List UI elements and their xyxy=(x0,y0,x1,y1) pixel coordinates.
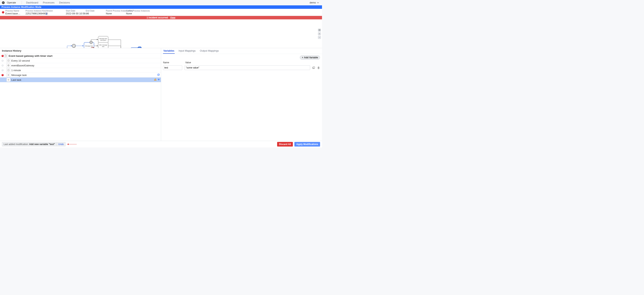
lbl-version: Version xyxy=(46,10,62,12)
svg-text:+ 1: + 1 xyxy=(139,47,140,48)
gear-icon xyxy=(6,73,10,77)
incident-icon xyxy=(2,11,4,14)
history-row[interactable]: 1 minute xyxy=(0,68,161,73)
history-row[interactable]: Every 10 second xyxy=(0,58,161,63)
zoom-in-button[interactable]: + xyxy=(318,32,321,35)
chevron-down-icon xyxy=(317,2,319,3)
lbl-process-name: Process Name xyxy=(5,10,22,12)
svg-rect-65 xyxy=(313,67,315,68)
svg-rect-54 xyxy=(8,64,10,66)
zoom-controls: + − xyxy=(318,28,321,39)
doc-icon xyxy=(4,54,8,58)
expand-value-icon[interactable] xyxy=(312,66,315,69)
history-row-label: Event based gateway with timer start xyxy=(9,54,160,57)
user-menu[interactable]: demo xyxy=(308,1,320,4)
instance-history-panel: Instance History Event based gateway wit… xyxy=(0,48,161,141)
variable-name-input[interactable] xyxy=(163,66,182,70)
incident-bar: 1 Incident occurred View xyxy=(0,16,322,19)
col-name: Name xyxy=(163,61,183,64)
svg-text:1: 1 xyxy=(94,48,94,48)
undo-button[interactable]: Undo xyxy=(58,143,64,146)
discard-all-button[interactable]: Discard All xyxy=(277,142,293,146)
svg-text:task: task xyxy=(102,46,104,47)
lbl-parent-key: Parent Process Instance Key xyxy=(106,10,122,12)
val-called: None xyxy=(126,12,150,15)
lbl-end-date: End Date xyxy=(86,10,102,12)
lbl-instance-key: Process Instance Key xyxy=(26,10,42,12)
svg-point-56 xyxy=(2,69,3,71)
history-row-label: 1 minute xyxy=(11,69,160,72)
apply-modifications-button[interactable]: Apply Modifications xyxy=(294,142,320,146)
history-row[interactable]: Last task xyxy=(0,78,161,82)
lbl-called: Called Process Instances xyxy=(126,10,150,12)
history-row-label: Every 10 second xyxy=(11,59,160,62)
diagram-canvas[interactable]: Every 10 second 1 minute Message task ! … xyxy=(0,19,322,48)
history-row-label: Last task xyxy=(11,78,154,81)
val-instance-key: 2251799813694906 xyxy=(26,12,42,15)
svg-rect-41 xyxy=(118,48,124,48)
modification-mode-bar: Process Instance Modification Mode xyxy=(0,5,322,9)
clock-icon xyxy=(6,68,10,72)
topbar: C Operate Dashboard Processes Decisions … xyxy=(0,0,322,5)
val-process-name: Event based gateway with timer… xyxy=(5,12,22,15)
gear-icon xyxy=(6,78,10,82)
tab-input-mappings[interactable]: Input Mappings xyxy=(178,49,196,54)
state-icon xyxy=(1,69,4,71)
val-parent-key: None xyxy=(106,12,122,15)
add-variable-label: Add Variable xyxy=(304,56,318,59)
svg-point-55 xyxy=(8,65,9,66)
last-mod-prefix: Last added modification: xyxy=(4,143,28,146)
warning-icon xyxy=(154,78,156,81)
add-variable-button[interactable]: + Add Variable xyxy=(300,56,320,60)
state-icon xyxy=(1,60,4,62)
state-icon xyxy=(1,64,4,66)
lbl-start-date: Start Date xyxy=(66,10,82,12)
svg-text:After message: After message xyxy=(99,44,107,46)
logo: C xyxy=(2,1,4,4)
val-end-date: -- xyxy=(86,12,102,15)
svg-point-53 xyxy=(2,64,3,66)
footer: Last added modification: Add new variabl… xyxy=(0,141,322,148)
add-icon[interactable] xyxy=(158,78,160,81)
svg-line-60 xyxy=(158,74,159,76)
svg-point-61 xyxy=(8,80,9,80)
tab-output-mappings[interactable]: Output Mappings xyxy=(200,49,219,54)
history-row-label: Message task xyxy=(11,74,157,76)
state-icon xyxy=(1,55,4,57)
history-row[interactable]: eventBasedGateway xyxy=(0,63,161,68)
svg-text:Message task: Message task xyxy=(99,38,107,40)
last-mod-msg: Add new variable "test" xyxy=(29,143,55,146)
user-label: demo xyxy=(310,1,316,4)
annotation-arrow xyxy=(67,143,77,145)
delete-variable-icon[interactable] xyxy=(318,66,320,69)
variable-value-input[interactable] xyxy=(184,66,310,70)
val-version-link[interactable]: 2 xyxy=(46,12,47,15)
reset-view-button[interactable] xyxy=(318,28,321,32)
history-row[interactable]: Event based gateway with timer start xyxy=(0,54,161,58)
plus-icon: + xyxy=(302,56,303,59)
state-icon xyxy=(1,74,4,76)
brand: Operate xyxy=(7,1,16,4)
gw-icon xyxy=(6,64,10,67)
col-value: Value xyxy=(185,61,320,64)
svg-text:Message task: Message task xyxy=(85,45,93,47)
variables-panel: Variables Input Mappings Output Mappings… xyxy=(161,48,322,141)
nav-dashboard[interactable]: Dashboard xyxy=(24,0,41,5)
svg-point-50 xyxy=(319,30,320,30)
nav-processes[interactable]: Processes xyxy=(41,0,57,5)
zoom-out-button[interactable]: − xyxy=(318,36,321,39)
clock-icon xyxy=(6,59,10,62)
val-start-date: 2022-09-30 10:56:06 xyxy=(66,12,82,15)
tab-variables[interactable]: Variables xyxy=(163,49,175,54)
svg-point-51 xyxy=(2,60,3,62)
history-row[interactable]: Message task xyxy=(0,73,161,78)
svg-point-58 xyxy=(8,74,9,75)
blocked-icon xyxy=(157,74,160,76)
incident-view-link[interactable]: View xyxy=(170,16,175,19)
instance-info: Process NameEvent based gateway with tim… xyxy=(0,9,322,16)
nav-decisions[interactable]: Decisions xyxy=(57,0,72,5)
history-row-label: eventBasedGateway xyxy=(11,64,160,67)
incident-msg: 1 Incident occurred xyxy=(147,16,168,19)
svg-text:interrupted: interrupted xyxy=(100,40,106,41)
last-mod-chip: Last added modification: Add new variabl… xyxy=(2,142,66,146)
